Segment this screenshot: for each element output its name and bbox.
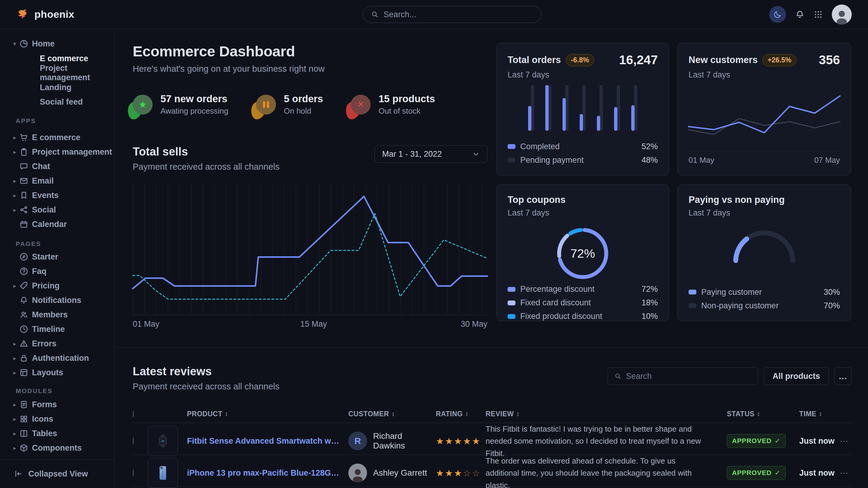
orders-bar-chart (528, 85, 637, 131)
sidebar-item-icons[interactable]: ▸Icons (0, 412, 114, 426)
review-text: The order was delivered ahead of schedul… (486, 455, 727, 488)
page-subtitle: Here's what's going on at your business … (133, 64, 487, 74)
clipboard-icon (19, 148, 28, 157)
order-stats-row: 57 new ordersAwating processing 5 orders… (133, 93, 487, 116)
nine-dots-grid-icon[interactable] (814, 10, 823, 19)
global-search-input[interactable] (384, 10, 533, 19)
column-time[interactable]: TIME▲▼ (799, 410, 837, 418)
column-status[interactable]: STATUS▲▼ (727, 410, 799, 418)
sidebar-item-social[interactable]: ▸Social (0, 202, 114, 217)
sidebar-item-calendar[interactable]: Calendar (0, 217, 114, 231)
latest-reviews-subtitle: Payment received across all channels (133, 382, 280, 392)
compass-icon (19, 252, 28, 261)
row-menu-button[interactable]: ⋯ (837, 468, 852, 478)
all-products-button[interactable]: All products (764, 367, 829, 385)
sidebar-item-notifications[interactable]: Notifications (0, 293, 114, 307)
product-thumbnail-smartwatch[interactable] (148, 426, 178, 456)
layout-icon (19, 368, 28, 377)
customer-cell[interactable]: R Richard Dawkins (348, 431, 436, 451)
user-avatar[interactable] (832, 4, 852, 24)
sort-icon: ▲▼ (757, 412, 760, 417)
date-range-select[interactable]: Mar 1 - 31, 2022 (375, 145, 487, 163)
global-search[interactable] (363, 6, 541, 23)
sidebar-item-landing[interactable]: Landing (0, 80, 114, 95)
sidebar-item-email[interactable]: ▸Email (0, 174, 114, 188)
sidebar-item-home[interactable]: ▾ Home (0, 36, 114, 51)
table-row: Fitbit Sense Advanced Smartwatch with To… (133, 423, 852, 455)
sidebar-item-faq[interactable]: Faq (0, 264, 114, 279)
warning-triangle-icon (19, 339, 28, 348)
row-menu-button[interactable]: ⋯ (837, 436, 852, 446)
column-rating[interactable]: RATING▲▼ (436, 410, 486, 418)
column-customer[interactable]: CUSTOMER▲▼ (348, 410, 436, 418)
sidebar-item-errors[interactable]: ▸Errors (0, 336, 114, 351)
rating-stars: ★★★★★ (436, 436, 486, 446)
calendar-icon (19, 220, 28, 229)
sidebar-item-social-feed[interactable]: Social feed (0, 95, 114, 109)
sidebar-item-members[interactable]: Members (0, 307, 114, 322)
customer-cell[interactable]: Ashley Garrett (348, 464, 436, 482)
product-thumbnail-iphone[interactable] (148, 458, 178, 488)
sidebar-item-tables[interactable]: ▸Tables (0, 426, 114, 441)
chevron-down-icon: ▾ (13, 40, 16, 47)
reviews-search-input[interactable] (626, 372, 751, 381)
sidebar-item-project-management[interactable]: Project management (0, 66, 114, 80)
latest-reviews-title: Latest reviews (133, 365, 280, 378)
row-checkbox[interactable] (133, 438, 134, 444)
total-sells-subtitle: Payment received across all channels (133, 162, 280, 172)
more-options-button[interactable]: ... (834, 367, 852, 385)
sidebar-item-timeline[interactable]: Timeline (0, 322, 114, 336)
collapse-sidebar-button[interactable]: Collapsed View (0, 459, 114, 488)
sidebar-item-project-management-app[interactable]: ▸Project management (0, 145, 114, 159)
file-text-icon (19, 400, 28, 409)
chevron-right-icon: ▸ (13, 401, 16, 408)
sidebar-item-starter[interactable]: Starter (0, 250, 114, 264)
sidebar-section-modules: MODULES (0, 386, 114, 395)
sort-icon: ▲▼ (392, 412, 395, 417)
person-icon (834, 9, 849, 24)
legend-non-paying: Non-paying customer70% (688, 301, 840, 311)
question-circle-icon (19, 267, 28, 276)
review-time: Just now (799, 436, 837, 446)
status-badge: APPROVED✓ (727, 434, 786, 448)
legend-completed: Completed52% (507, 142, 658, 151)
select-all-checkbox[interactable] (133, 411, 134, 417)
status-badge: APPROVED✓ (727, 466, 786, 480)
table-icon (19, 429, 28, 438)
reviews-search[interactable] (608, 367, 758, 385)
product-link[interactable]: iPhone 13 pro max-Pacific Blue-128GB sto… (187, 468, 348, 478)
check-icon: ✓ (775, 469, 780, 477)
sidebar-item-forms[interactable]: ▸Forms (0, 397, 114, 412)
search-icon (614, 372, 622, 380)
sidebar-item-authentication[interactable]: ▸Authentication (0, 351, 114, 365)
legend-pending: Pending payment48% (507, 156, 658, 165)
x-icon: ✕ (351, 95, 371, 115)
chevron-right-icon: ▸ (13, 445, 16, 452)
column-product[interactable]: PRODUCT▲▼ (187, 410, 348, 418)
reviews-table: PRODUCT▲▼ CUSTOMER▲▼ RATING▲▼ REVIEW▲▼ S… (133, 405, 852, 488)
sidebar-item-events[interactable]: ▸Events (0, 188, 114, 202)
bell-icon[interactable] (795, 10, 805, 19)
chevron-right-icon: ▸ (13, 134, 16, 141)
row-checkbox[interactable] (133, 469, 134, 476)
sidebar-item-chat[interactable]: Chat (0, 159, 114, 174)
rating-stars: ★★★☆☆ (436, 468, 486, 478)
change-badge: +26.5% (763, 54, 797, 66)
sidebar-item-ecommerce-app[interactable]: ▸E commerce (0, 130, 114, 145)
grid-squares-icon (19, 415, 28, 423)
product-link[interactable]: Fitbit Sense Advanced Smartwatch with To… (187, 436, 348, 446)
sidebar-item-layouts[interactable]: ▸Layouts (0, 365, 114, 380)
sidebar-item-pricing[interactable]: ▸Pricing (0, 279, 114, 293)
chevron-right-icon: ▸ (13, 149, 16, 156)
theme-toggle-button[interactable] (769, 6, 786, 23)
check-icon: ✓ (775, 437, 780, 445)
pie-chart-icon (19, 39, 28, 48)
customer-avatar: R (348, 432, 367, 450)
total-orders-card: Total orders -6.8% 16,247 Last 7 days Co… (496, 43, 669, 175)
chevron-right-icon: ▸ (13, 177, 16, 185)
column-review[interactable]: REVIEW▲▼ (486, 410, 727, 418)
sidebar-item-components[interactable]: ▸Components (0, 441, 114, 455)
brand-logo[interactable]: phoenix (17, 8, 74, 21)
sort-icon: ▲▼ (819, 412, 822, 417)
chevron-right-icon: ▸ (13, 283, 16, 289)
